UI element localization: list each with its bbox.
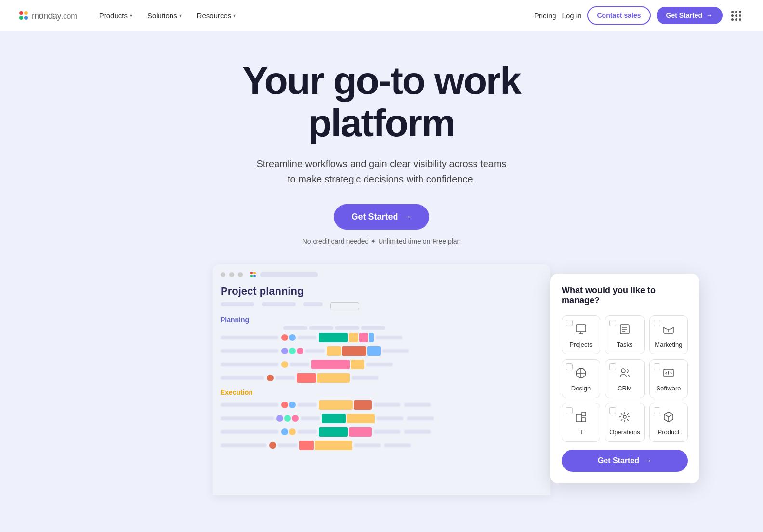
dashboard-preview: Project planning Planning bbox=[213, 264, 550, 495]
table-row bbox=[221, 372, 542, 384]
nav-links: Products ▾ Solutions ▾ Resources ▾ bbox=[92, 8, 534, 24]
svg-rect-5 bbox=[582, 412, 586, 416]
arrow-right-icon: → bbox=[706, 12, 713, 19]
logo-text: monday.com bbox=[32, 9, 77, 22]
table-row bbox=[221, 399, 542, 411]
modal-item-marketing[interactable]: Marketing bbox=[649, 315, 688, 354]
operations-checkbox[interactable] bbox=[609, 407, 616, 414]
crm-icon bbox=[617, 365, 632, 381]
hero-note: No credit card needed ✦ Unlimited time o… bbox=[165, 237, 598, 245]
modal-item-projects[interactable]: Projects bbox=[562, 315, 600, 354]
modal-get-started-button[interactable]: Get Started → bbox=[562, 450, 688, 472]
marketing-icon bbox=[661, 322, 676, 337]
operations-label: Operations bbox=[609, 428, 640, 436]
operations-icon bbox=[617, 409, 632, 425]
product-icon bbox=[661, 409, 676, 425]
get-started-nav-button[interactable]: Get Started → bbox=[657, 7, 723, 24]
nav-resources[interactable]: Resources ▾ bbox=[190, 8, 243, 24]
it-checkbox[interactable] bbox=[566, 407, 573, 414]
design-icon bbox=[573, 365, 589, 381]
tasks-label: Tasks bbox=[617, 341, 632, 348]
dash-group-execution: Execution bbox=[221, 389, 542, 396]
navbar: monday.com Products ▾ Solutions ▾ Resour… bbox=[0, 0, 763, 31]
grid-icon bbox=[731, 11, 741, 21]
table-row bbox=[221, 332, 542, 343]
nav-solutions[interactable]: Solutions ▾ bbox=[141, 8, 188, 24]
projects-label: Projects bbox=[570, 341, 592, 348]
software-checkbox[interactable] bbox=[654, 363, 660, 370]
design-checkbox[interactable] bbox=[566, 363, 573, 370]
projects-icon bbox=[573, 322, 589, 337]
design-label: Design bbox=[571, 385, 591, 392]
dash-meta bbox=[221, 302, 542, 310]
resources-chevron-icon: ▾ bbox=[233, 13, 236, 18]
manage-modal: What would you like to manage? Projects bbox=[550, 274, 699, 483]
svg-point-2 bbox=[621, 369, 625, 373]
nav-login[interactable]: Log in bbox=[562, 12, 582, 20]
nav-products[interactable]: Products ▾ bbox=[92, 8, 139, 24]
hero-title: Your go-to work platform bbox=[165, 60, 598, 144]
solutions-chevron-icon: ▾ bbox=[179, 13, 182, 18]
marketing-checkbox[interactable] bbox=[654, 320, 660, 326]
hero-section: Your go-to work platform Streamline work… bbox=[0, 31, 763, 532]
dash-group-planning: Planning bbox=[221, 316, 542, 324]
crm-label: CRM bbox=[618, 385, 632, 392]
modal-item-crm[interactable]: CRM bbox=[605, 359, 645, 398]
table-row bbox=[221, 359, 542, 370]
modal-title: What would you like to manage? bbox=[562, 285, 688, 306]
software-icon bbox=[661, 365, 676, 381]
it-icon bbox=[573, 409, 589, 425]
contact-sales-button[interactable]: Contact sales bbox=[587, 6, 650, 25]
products-chevron-icon: ▾ bbox=[130, 13, 132, 18]
product-checkbox[interactable] bbox=[654, 407, 660, 414]
table-row bbox=[221, 426, 542, 438]
modal-item-tasks[interactable]: Tasks bbox=[605, 315, 645, 354]
nav-right: Pricing Log in Contact sales Get Started… bbox=[534, 6, 744, 25]
arrow-right-icon: → bbox=[644, 456, 652, 465]
software-label: Software bbox=[656, 385, 681, 392]
hero-subtitle: Streamline workflows and gain clear visi… bbox=[165, 156, 598, 187]
svg-rect-4 bbox=[576, 414, 582, 422]
table-row bbox=[221, 440, 542, 451]
crm-checkbox[interactable] bbox=[609, 363, 616, 370]
projects-checkbox[interactable] bbox=[566, 320, 573, 326]
tasks-checkbox[interactable] bbox=[609, 320, 616, 326]
modal-item-software[interactable]: Software bbox=[649, 359, 688, 398]
hero-bottom: Project planning Planning bbox=[92, 264, 671, 495]
it-label: IT bbox=[578, 428, 584, 436]
dash-header bbox=[221, 272, 542, 277]
arrow-right-icon: → bbox=[403, 212, 412, 222]
logo-icon bbox=[19, 11, 29, 20]
product-label: Product bbox=[658, 428, 679, 436]
dash-logo bbox=[250, 272, 256, 277]
svg-rect-6 bbox=[582, 418, 586, 422]
hero-content: Your go-to work platform Streamline work… bbox=[165, 60, 598, 264]
modal-items-grid: Projects Tasks bbox=[562, 315, 688, 442]
modal-item-product[interactable]: Product bbox=[649, 403, 688, 442]
table-row bbox=[221, 413, 542, 424]
apps-grid-button[interactable] bbox=[728, 8, 744, 23]
modal-item-it[interactable]: IT bbox=[562, 403, 600, 442]
get-started-hero-button[interactable]: Get Started → bbox=[334, 204, 429, 230]
dash-section-title: Project planning bbox=[221, 285, 542, 298]
table-row bbox=[221, 345, 542, 357]
modal-item-operations[interactable]: Operations bbox=[605, 403, 645, 442]
logo[interactable]: monday.com bbox=[19, 9, 77, 22]
modal-item-design[interactable]: Design bbox=[562, 359, 600, 398]
nav-pricing[interactable]: Pricing bbox=[534, 12, 556, 20]
tasks-icon bbox=[617, 322, 632, 337]
svg-point-7 bbox=[623, 415, 626, 418]
marketing-label: Marketing bbox=[655, 341, 682, 348]
svg-rect-0 bbox=[576, 325, 586, 332]
